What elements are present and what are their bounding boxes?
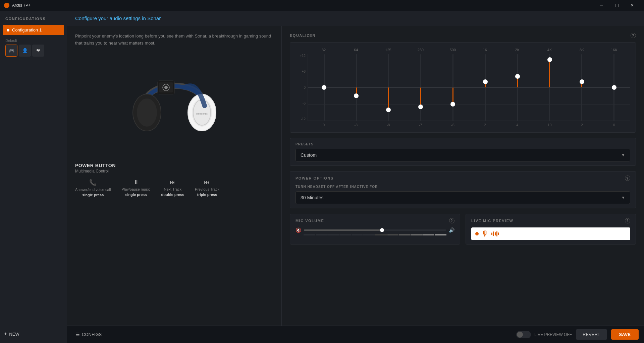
revert-button[interactable]: REVERT bbox=[576, 329, 607, 340]
call-icon: 📞 bbox=[89, 179, 97, 186]
mic-slider-track[interactable] bbox=[304, 229, 446, 231]
action-item-call: 📞 Answer/end voice call single press bbox=[75, 179, 111, 197]
mic-preview-box: 🎙 bbox=[471, 227, 630, 240]
configs-button[interactable]: ☰ CONFIGS bbox=[72, 330, 105, 339]
val-2: -8 bbox=[372, 123, 404, 127]
live-mic-title: LIVE MIC PREVIEW bbox=[471, 219, 513, 223]
content-area: Pinpoint your enemy's location long befo… bbox=[67, 26, 644, 326]
titlebar: Arctis 7P+ − □ × bbox=[0, 0, 644, 11]
freq-2k: 2K bbox=[501, 48, 533, 52]
freq-64: 64 bbox=[340, 48, 372, 52]
action-item-play: ⏸ Play/pause music single press bbox=[121, 179, 150, 197]
play-icon: ⏸ bbox=[133, 179, 139, 186]
eq-band-6[interactable] bbox=[501, 54, 534, 121]
eq-thumb-4[interactable] bbox=[450, 102, 455, 107]
new-config-button[interactable]: + NEW bbox=[4, 329, 19, 339]
configs-icon: ☰ bbox=[76, 332, 80, 337]
eq-thumb-7[interactable] bbox=[547, 57, 552, 62]
maximize-button[interactable]: □ bbox=[609, 0, 625, 11]
power-options-help-icon[interactable]: ? bbox=[625, 176, 630, 181]
eq-band-5[interactable] bbox=[469, 54, 501, 121]
wave-bar-2 bbox=[493, 231, 494, 236]
sidebar-icons: 🎮 👤 ❤ bbox=[0, 45, 67, 57]
app-title: Arctis 7P+ bbox=[12, 3, 31, 8]
power-options-container: POWER OPTIONS ? TURN HEADSET OFF AFTER I… bbox=[290, 171, 636, 208]
power-select[interactable]: 30 Minutes ▼ bbox=[296, 191, 630, 204]
mic-preview-container: LIVE MIC PREVIEW ? 🎙 bbox=[466, 214, 636, 245]
action-label-prev: Previous Track bbox=[195, 187, 219, 191]
right-panel: EQUALIZER ? 32 64 125 250 500 1K 2K bbox=[282, 26, 644, 326]
action-type-call: single press bbox=[82, 193, 104, 197]
equalizer-help-icon[interactable]: ? bbox=[631, 33, 636, 38]
mic-volume-help-icon[interactable]: ? bbox=[449, 218, 454, 223]
save-button[interactable]: SAVE bbox=[611, 329, 639, 340]
close-button[interactable]: × bbox=[625, 0, 640, 11]
mic-preview-icon: 🎙 bbox=[481, 229, 489, 238]
minimize-button[interactable]: − bbox=[594, 0, 609, 11]
svg-point-1 bbox=[137, 98, 157, 127]
mic-slider-row: 🔇 🔊 bbox=[296, 227, 454, 233]
eq-thumb-0[interactable] bbox=[322, 85, 326, 90]
power-select-value: 30 Minutes bbox=[301, 195, 323, 200]
button-actions: 📞 Answer/end voice call single press ⏸ P… bbox=[75, 179, 273, 197]
titlebar-left: Arctis 7P+ bbox=[4, 3, 31, 8]
mic-slider-thumb[interactable] bbox=[380, 228, 384, 232]
val-7: 10 bbox=[533, 123, 566, 127]
eq-band-8[interactable] bbox=[566, 54, 598, 121]
left-panel: Pinpoint your enemy's location long befo… bbox=[67, 26, 282, 326]
config-item[interactable]: Configuration 1 bbox=[3, 25, 64, 35]
eq-thumb-5[interactable] bbox=[483, 79, 488, 84]
eq-band-2[interactable] bbox=[372, 54, 405, 121]
new-label: NEW bbox=[9, 332, 19, 337]
eq-thumb-8[interactable] bbox=[580, 79, 584, 84]
sidebar-icon-heart[interactable]: ❤ bbox=[32, 45, 44, 57]
eq-band-1[interactable] bbox=[340, 54, 372, 121]
live-preview-toggle-track[interactable] bbox=[516, 331, 531, 338]
eq-band-3[interactable] bbox=[405, 54, 437, 121]
configs-label: CONFIGS bbox=[82, 332, 102, 337]
sidebar-icon-user[interactable]: 👤 bbox=[19, 45, 31, 57]
power-select-label: TURN HEADSET OFF AFTER INACTIVE FOR bbox=[296, 185, 630, 189]
eq-band-7[interactable] bbox=[534, 54, 566, 121]
action-type-next: double press bbox=[161, 193, 184, 197]
val-8: 2 bbox=[566, 123, 598, 127]
power-options-title: POWER OPTIONS bbox=[296, 176, 334, 180]
mic-volume-header: MIC VOLUME ? bbox=[296, 218, 454, 223]
val-1: -3 bbox=[340, 123, 372, 127]
config-name: Configuration 1 bbox=[12, 27, 42, 32]
banner-text: Configure your audio settings in Sonar bbox=[75, 15, 636, 21]
banner-link[interactable]: Sonar bbox=[147, 15, 161, 21]
sidebar-icon-game[interactable]: 🎮 bbox=[5, 45, 17, 57]
eq-thumb-9[interactable] bbox=[612, 85, 616, 90]
bottom-toolbar: ☰ CONFIGS LIVE PREVIEW OFF REVERT SAVE bbox=[67, 326, 644, 343]
presets-select[interactable]: Custom ▼ bbox=[296, 149, 630, 161]
freq-4k: 4K bbox=[533, 48, 566, 52]
eq-band-0[interactable] bbox=[308, 54, 340, 121]
presets-container: PRESETS Custom ▼ bbox=[290, 138, 636, 166]
action-type-prev: triple press bbox=[197, 193, 217, 197]
mic-section: MIC VOLUME ? 🔇 🔊 bbox=[290, 214, 636, 245]
eq-thumb-2[interactable] bbox=[386, 108, 391, 112]
prev-icon: ⏮ bbox=[204, 179, 210, 186]
freq-32: 32 bbox=[308, 48, 340, 52]
mic-loud-icon: 🔊 bbox=[449, 227, 454, 233]
action-item-next: ⏭ Next Track double press bbox=[161, 179, 184, 197]
sidebar-title: CONFIGURATIONS bbox=[0, 11, 67, 25]
mic-volume-title: MIC VOLUME bbox=[296, 219, 324, 223]
freq-125: 125 bbox=[372, 48, 404, 52]
eq-thumb-3[interactable] bbox=[418, 105, 423, 109]
eq-thumb-6[interactable] bbox=[515, 74, 520, 79]
app-body: CONFIGURATIONS Configuration 1 Default 🎮… bbox=[0, 11, 644, 343]
power-button-section: POWER BUTTON Multimedia Control 📞 Answer… bbox=[75, 159, 273, 200]
eq-band-9[interactable] bbox=[598, 54, 630, 121]
eq-band-4[interactable] bbox=[437, 54, 469, 121]
mic-mute-icon: 🔇 bbox=[296, 227, 301, 233]
eq-thumb-1[interactable] bbox=[354, 93, 359, 98]
mic-rec-dot bbox=[475, 232, 479, 235]
live-mic-help-icon[interactable]: ? bbox=[625, 218, 630, 223]
svg-point-9 bbox=[164, 86, 168, 89]
val-5: 2 bbox=[469, 123, 501, 127]
app-logo bbox=[4, 3, 9, 8]
sidebar-bottom: + NEW bbox=[0, 325, 67, 343]
power-options-header: POWER OPTIONS ? bbox=[296, 176, 630, 181]
